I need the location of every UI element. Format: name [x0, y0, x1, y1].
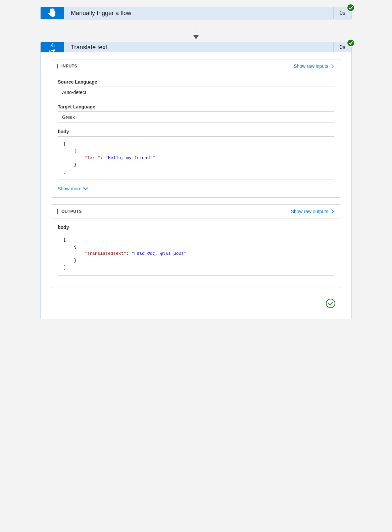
translate-icon-symbol: あ	[50, 42, 54, 48]
hand-pointer-icon	[46, 7, 58, 19]
translate-content: INPUTS Show raw inputs Source Language A…	[41, 52, 351, 319]
show-more-link[interactable]: Show more	[58, 186, 334, 191]
chevron-right-outputs-icon	[330, 209, 335, 214]
trigger-icon-box	[41, 7, 64, 19]
trigger-success-badge	[347, 4, 355, 12]
chevron-down-icon	[83, 187, 88, 190]
outputs-header: OUTPUTS Show raw outputs	[51, 205, 341, 219]
circle-check-badge	[326, 299, 335, 308]
outputs-body: body [ { "TranslatedText": "Γεια σας, φί…	[51, 219, 341, 288]
connector-arrow	[193, 19, 199, 42]
outputs-section: OUTPUTS Show raw outputs body [ { "Trans…	[51, 204, 341, 288]
outputs-label: OUTPUTS	[57, 209, 82, 214]
show-raw-outputs-link[interactable]: Show raw outputs	[291, 209, 335, 214]
flow-container: Manually trigger a flow 0s あ a	[40, 7, 352, 319]
translate-icon-box: あ a	[41, 42, 64, 52]
trigger-block: Manually trigger a flow 0s	[40, 7, 352, 19]
output-body-group: body [ { "TranslatedText": "Γεια σας, φί…	[58, 225, 334, 276]
target-language-group: Target Language Greek	[58, 104, 334, 123]
output-body-code: [ { "TranslatedText": "Γεια σας, φίλε μο…	[58, 232, 334, 276]
show-raw-inputs-link[interactable]: Show raw inputs	[294, 63, 335, 69]
target-language-label: Target Language	[58, 104, 334, 109]
source-language-value: Auto-detect	[58, 87, 334, 98]
chevron-right-icon	[330, 64, 335, 68]
source-language-label: Source Language	[58, 79, 334, 85]
bottom-badge-area	[51, 295, 341, 312]
circle-check-icon	[328, 301, 333, 306]
input-body-code: [ { "Text": "Hello, my friend!" } ]	[58, 136, 334, 180]
translate-icon-arrow: a	[48, 48, 56, 52]
output-body-label: body	[58, 225, 334, 230]
input-body-label: body	[58, 129, 334, 134]
connector-line	[196, 22, 196, 36]
inputs-label: INPUTS	[57, 64, 77, 68]
check-icon	[348, 5, 353, 10]
translate-success-badge	[347, 39, 355, 47]
target-language-value: Greek	[58, 111, 334, 123]
source-language-group: Source Language Auto-detect	[58, 79, 334, 98]
inputs-body: Source Language Auto-detect Target Langu…	[51, 73, 341, 197]
trigger-title: Manually trigger a flow	[64, 7, 333, 19]
translate-title: Translate text	[64, 42, 333, 52]
connector-arrowhead	[193, 35, 199, 39]
inputs-section: INPUTS Show raw inputs Source Language A…	[51, 59, 341, 198]
inputs-header: INPUTS Show raw inputs	[51, 59, 341, 73]
input-body-group: body [ { "Text": "Hello, my friend!" } ]	[58, 129, 334, 180]
translate-check-icon	[348, 41, 353, 45]
translate-header: あ a Translate text 0s	[41, 42, 351, 52]
translate-block: あ a Translate text 0s	[40, 42, 352, 319]
